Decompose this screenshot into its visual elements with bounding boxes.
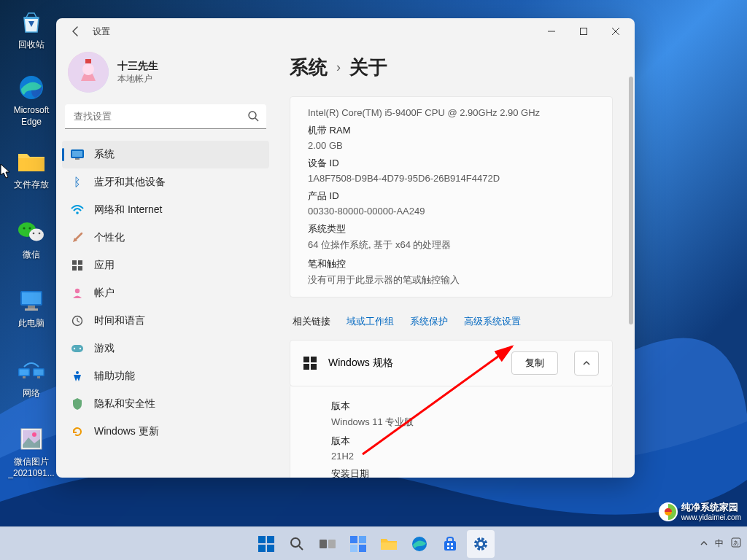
nav-item-personalize[interactable]: 个性化 [62, 224, 269, 252]
nav-item-bluetooth[interactable]: ᛒ蓝牙和其他设备 [62, 168, 269, 196]
wechat-icon [17, 217, 46, 246]
svg-text:あ: あ [733, 540, 739, 546]
desktop-icon-image-file[interactable]: 微信图片_2021091... [6, 424, 57, 479]
nav-item-accounts[interactable]: 帐户 [62, 279, 269, 307]
taskbar-store[interactable] [436, 530, 464, 558]
gamepad-icon [71, 342, 84, 355]
network-icon [17, 356, 46, 385]
image-file-icon [17, 424, 46, 454]
spec-device-id-label: 设备 ID [308, 157, 595, 170]
nav-item-apps[interactable]: 应用 [62, 252, 269, 279]
nav-label: 蓝牙和其他设备 [94, 176, 166, 189]
nav-item-gaming[interactable]: 游戏 [62, 335, 269, 362]
folder-icon [17, 147, 46, 176]
user-name: 十三先生 [117, 60, 158, 73]
nav-item-network[interactable]: 网络和 Internet [62, 196, 269, 224]
svg-rect-59 [328, 540, 336, 548]
svg-point-33 [76, 211, 79, 214]
spec-product-id-label: 产品 ID [308, 190, 595, 203]
svg-rect-50 [311, 364, 317, 370]
taskbar-search[interactable] [283, 530, 311, 558]
windows-spec-card: 版本Windows 11 专业版 版本21H2 安装日期 [290, 386, 613, 478]
svg-rect-52 [258, 536, 266, 543]
win-edition-label: 版本 [331, 400, 595, 413]
svg-point-6 [33, 233, 35, 235]
maximize-button[interactable] [568, 20, 600, 43]
start-button[interactable] [252, 530, 280, 558]
windows-spec-header[interactable]: Windows 规格 复制 [290, 340, 613, 386]
copy-button[interactable]: 复制 [511, 351, 558, 375]
nav-item-accessibility[interactable]: 辅助功能 [62, 362, 269, 390]
apps-icon [71, 259, 84, 272]
clock-icon [71, 314, 84, 327]
taskbar-edge[interactable] [406, 530, 433, 558]
tray-ime[interactable]: 中 [715, 537, 724, 550]
svg-point-7 [39, 233, 41, 235]
back-button[interactable] [65, 20, 87, 42]
avatar [68, 52, 109, 93]
system-tray: 中 あ [700, 537, 741, 550]
desktop-icon-recycle-bin[interactable]: 回收站 [6, 7, 57, 51]
svg-rect-11 [25, 308, 38, 311]
nav-label: Windows 更新 [94, 425, 159, 438]
svg-rect-32 [75, 158, 80, 160]
watermark-logo-icon [658, 502, 678, 522]
nav-item-windows-update[interactable]: Windows 更新 [62, 418, 269, 446]
chevron-right-icon: › [336, 60, 341, 75]
nav-label: 时间和语言 [94, 314, 145, 327]
svg-rect-67 [447, 543, 449, 545]
desktop-wallpaper: 回收站 Microsoft Edge 文件存放 微信 此电脑 网络 微信图片_2… [0, 0, 747, 560]
watermark-url: www.yidaimei.com [681, 513, 741, 521]
minimize-icon [548, 28, 555, 35]
desktop-icon-folder[interactable]: 文件存放 [6, 147, 57, 191]
nav-label: 应用 [94, 259, 115, 272]
nav-item-time-language[interactable]: 时间和语言 [62, 307, 269, 335]
desktop-icon-network[interactable]: 网络 [6, 356, 57, 400]
settings-window: 设置 十三先生 本地帐户 [56, 18, 635, 478]
spec-system-type-value: 64 位操作系统, 基于 x64 的处理器 [308, 238, 595, 252]
search-input[interactable] [65, 104, 266, 129]
breadcrumb-root[interactable]: 系统 [290, 55, 328, 80]
nav-item-system[interactable]: 系统 [62, 141, 269, 168]
nav-list: 系统 ᛒ蓝牙和其他设备 网络和 Internet 个性化 应用 帐户 时间和语言… [62, 141, 269, 446]
desktop-icon-edge[interactable]: Microsoft Edge [6, 73, 57, 128]
tray-ime-mode[interactable]: あ [731, 537, 741, 550]
svg-rect-35 [72, 260, 77, 265]
taskbar-taskview[interactable] [314, 530, 341, 558]
svg-rect-60 [350, 536, 357, 543]
desktop-icon-label: 微信 [6, 249, 57, 261]
svg-rect-37 [72, 266, 77, 271]
scrollbar-thumb[interactable] [629, 77, 633, 324]
link-domain-workgroup[interactable]: 域或工作组 [347, 315, 394, 328]
widgets-icon [350, 536, 366, 552]
spec-device-id-value: 1A8F7508-D9B4-4D79-95D6-26B914F4472D [308, 173, 595, 184]
taskbar-widgets[interactable] [344, 530, 372, 558]
link-system-protection[interactable]: 系统保护 [410, 315, 448, 328]
taskbar-settings[interactable] [467, 530, 495, 558]
svg-point-5 [28, 227, 31, 229]
related-label: 相关链接 [293, 315, 330, 328]
taskbar-explorer[interactable] [375, 530, 403, 558]
minimize-button[interactable] [535, 20, 568, 43]
svg-point-39 [75, 289, 80, 293]
tray-chevron[interactable] [700, 539, 708, 549]
taskbar: 中 あ [0, 526, 747, 560]
spec-ram-label: 机带 RAM [308, 124, 595, 137]
nav-item-privacy[interactable]: 隐私和安全性 [62, 390, 269, 418]
svg-rect-15 [34, 370, 44, 376]
close-button[interactable] [600, 20, 632, 43]
collapse-button[interactable] [574, 351, 599, 376]
svg-rect-31 [72, 151, 82, 157]
link-advanced-system-settings[interactable]: 高级系统设置 [464, 315, 521, 328]
watermark: 纯净系统家园 www.yidaimei.com [652, 499, 747, 525]
desktop-icon-wechat[interactable]: 微信 [6, 217, 57, 261]
desktop-icon-this-pc[interactable]: 此电脑 [6, 286, 57, 330]
svg-line-57 [299, 546, 303, 550]
window-titlebar[interactable]: 设置 [56, 18, 635, 44]
svg-point-28 [249, 112, 256, 119]
svg-rect-66 [444, 541, 456, 551]
chevron-up-icon [582, 359, 591, 368]
spec-system-type-label: 系统类型 [308, 222, 595, 236]
user-profile[interactable]: 十三先生 本地帐户 [62, 44, 269, 104]
nav-label: 辅助功能 [94, 370, 135, 383]
